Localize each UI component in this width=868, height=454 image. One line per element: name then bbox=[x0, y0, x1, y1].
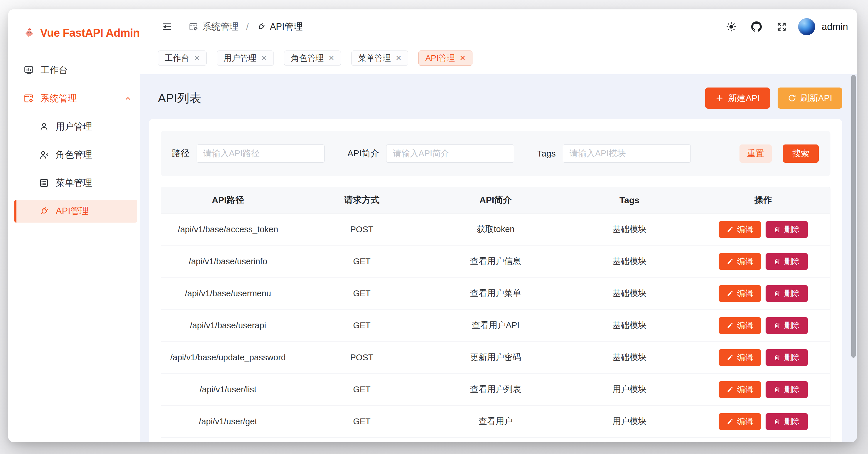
api-tags: 基础模块 bbox=[562, 287, 696, 299]
api-tags: 基础模块 bbox=[562, 224, 696, 235]
table-row: /api/v1/base/userinfo GET 查看用户信息 基础模块 编辑… bbox=[161, 246, 830, 278]
page-actions: 新建API 刷新API bbox=[705, 87, 842, 109]
table-row: /api/v1/base/access_token POST 获取token 基… bbox=[161, 214, 830, 246]
theme-toggle-sun-icon[interactable] bbox=[725, 20, 738, 33]
api-path: /api/v1/base/usermenu bbox=[161, 289, 295, 299]
delete-button[interactable]: 删除 bbox=[766, 317, 808, 334]
trash-icon bbox=[774, 418, 781, 425]
path-filter-input[interactable] bbox=[196, 144, 324, 163]
app-logo[interactable]: Vue FastAPI Admin bbox=[8, 19, 140, 47]
api-plug-icon bbox=[256, 22, 266, 31]
filter-bar: 路径 API简介 Tags 重置 搜索 bbox=[161, 131, 831, 176]
tab-users[interactable]: 用户管理 ✕ bbox=[217, 51, 274, 66]
plus-icon bbox=[715, 94, 724, 103]
tab-roles[interactable]: 角色管理 ✕ bbox=[284, 51, 341, 66]
menu-list-icon bbox=[39, 178, 49, 188]
api-summary: 查看用户API bbox=[429, 319, 562, 331]
sidebar-item-api[interactable]: API管理 bbox=[14, 200, 137, 223]
table-row: /api/v1/base/update_password POST 更新用户密码… bbox=[161, 342, 830, 373]
tab-api[interactable]: API管理 ✕ bbox=[418, 51, 472, 66]
fullscreen-icon[interactable] bbox=[775, 20, 788, 33]
col-summary: API简介 bbox=[429, 194, 562, 206]
api-path: /api/v1/base/userinfo bbox=[161, 257, 295, 266]
edit-button[interactable]: 编辑 bbox=[719, 253, 761, 270]
row-actions: 编辑 删除 bbox=[696, 285, 830, 302]
breadcrumb-separator: / bbox=[246, 22, 249, 32]
top-header: 系统管理 / API管理 admin bbox=[140, 9, 857, 44]
user-avatar[interactable] bbox=[798, 18, 815, 35]
close-icon[interactable]: ✕ bbox=[460, 54, 466, 62]
delete-button[interactable]: 删除 bbox=[766, 349, 808, 366]
trash-icon bbox=[774, 290, 781, 297]
delete-button[interactable]: 删除 bbox=[766, 253, 808, 270]
edit-button[interactable]: 编辑 bbox=[719, 413, 761, 430]
sidebar-item-menus[interactable]: 菜单管理 bbox=[8, 171, 140, 194]
close-icon[interactable]: ✕ bbox=[194, 54, 200, 62]
sidebar-item-roles[interactable]: 角色管理 bbox=[8, 143, 140, 166]
vertical-scrollbar[interactable] bbox=[851, 75, 856, 358]
api-method: GET bbox=[295, 385, 429, 394]
page-title: API列表 bbox=[158, 90, 201, 106]
close-icon[interactable]: ✕ bbox=[328, 54, 334, 62]
delete-button[interactable]: 删除 bbox=[766, 285, 808, 302]
breadcrumb-system[interactable]: 系统管理 bbox=[189, 21, 239, 33]
api-summary: 查看用户信息 bbox=[429, 255, 562, 267]
page-content: API列表 新建API 刷新API 路径 bbox=[140, 74, 857, 442]
api-summary: 查看用户 bbox=[429, 416, 562, 427]
sidebar-item-workbench[interactable]: 工作台 bbox=[8, 59, 140, 82]
edit-button[interactable]: 编辑 bbox=[719, 221, 761, 238]
row-actions: 编辑 删除 bbox=[696, 253, 830, 270]
api-path: /api/v1/base/update_password bbox=[161, 353, 295, 362]
api-summary: 查看用户菜单 bbox=[429, 287, 562, 299]
sidebar-collapse-icon[interactable] bbox=[160, 20, 174, 33]
tab-menus[interactable]: 菜单管理 ✕ bbox=[351, 51, 408, 66]
trash-icon bbox=[774, 226, 781, 233]
app-title: Vue FastAPI Admin bbox=[40, 27, 140, 39]
refresh-api-button[interactable]: 刷新API bbox=[778, 87, 842, 109]
pencil-icon bbox=[726, 418, 734, 425]
api-tags: 用户模块 bbox=[562, 384, 696, 395]
breadcrumb-api[interactable]: API管理 bbox=[256, 21, 303, 33]
delete-button[interactable]: 删除 bbox=[766, 381, 808, 398]
tags-filter-input[interactable] bbox=[563, 144, 691, 163]
row-actions: 编辑 删除 bbox=[696, 317, 830, 334]
delete-button[interactable]: 删除 bbox=[766, 413, 808, 430]
system-window-gear-icon bbox=[24, 93, 34, 104]
username[interactable]: admin bbox=[822, 21, 848, 32]
breadcrumb: 系统管理 / API管理 bbox=[189, 21, 303, 33]
search-button[interactable]: 搜索 bbox=[783, 144, 819, 163]
col-path: API路径 bbox=[161, 194, 295, 206]
delete-button[interactable]: 删除 bbox=[766, 221, 808, 238]
trash-icon bbox=[774, 354, 781, 361]
table-header: API路径 请求方式 API简介 Tags 操作 bbox=[161, 187, 830, 214]
tab-bar: 工作台 ✕ 用户管理 ✕ 角色管理 ✕ 菜单管理 ✕ API管理 ✕ bbox=[140, 44, 857, 74]
tab-workbench[interactable]: 工作台 ✕ bbox=[158, 51, 207, 66]
github-icon[interactable] bbox=[750, 20, 763, 33]
pencil-icon bbox=[726, 258, 734, 265]
close-icon[interactable]: ✕ bbox=[261, 54, 267, 62]
page-header: API列表 新建API 刷新API bbox=[149, 87, 842, 110]
row-actions: 编辑 删除 bbox=[696, 413, 830, 430]
summary-filter-input[interactable] bbox=[386, 144, 514, 163]
edit-button[interactable]: 编辑 bbox=[719, 317, 761, 334]
table-row: /api/v1/user/list GET 查看用户列表 用户模块 编辑 删除 bbox=[161, 373, 830, 405]
close-icon[interactable]: ✕ bbox=[396, 54, 401, 62]
user-icon bbox=[39, 121, 49, 132]
edit-button[interactable]: 编辑 bbox=[719, 285, 761, 302]
api-method: POST bbox=[295, 353, 429, 362]
col-method: 请求方式 bbox=[295, 194, 429, 206]
chevron-up-icon bbox=[124, 94, 132, 103]
col-tags: Tags bbox=[562, 195, 696, 205]
edit-button[interactable]: 编辑 bbox=[719, 381, 761, 398]
api-table: API路径 请求方式 API简介 Tags 操作 /api/v1/base/ac… bbox=[161, 187, 831, 442]
refresh-icon bbox=[787, 94, 797, 103]
api-summary: 更新用户密码 bbox=[429, 351, 562, 363]
reset-button[interactable]: 重置 bbox=[740, 144, 772, 163]
sidebar-item-system[interactable]: 系统管理 bbox=[8, 87, 140, 110]
create-api-button[interactable]: 新建API bbox=[705, 87, 770, 109]
pencil-icon bbox=[726, 386, 734, 393]
edit-button[interactable]: 编辑 bbox=[719, 349, 761, 366]
sidebar-item-users[interactable]: 用户管理 bbox=[8, 115, 140, 138]
api-tags: 基础模块 bbox=[562, 255, 696, 267]
pencil-icon bbox=[726, 322, 734, 329]
